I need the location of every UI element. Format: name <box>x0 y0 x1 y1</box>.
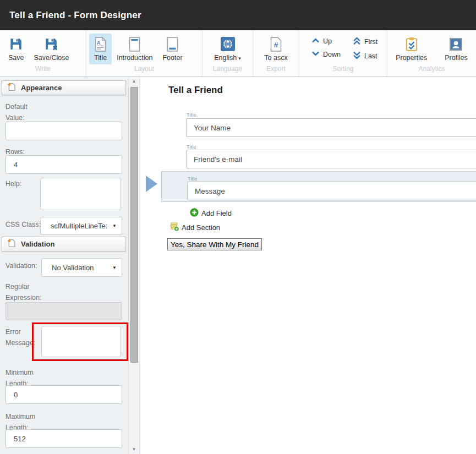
help-label: Help: <box>6 178 21 189</box>
introduction-button[interactable]: Introduction <box>112 34 157 64</box>
validation-label: Validation: <box>6 260 37 271</box>
chevron-up-icon <box>311 37 320 46</box>
appearance-section-header[interactable]: Appearance <box>2 80 126 95</box>
ascx-page-icon: # <box>270 36 282 52</box>
regular-expression-label: Regular Expression: <box>6 281 41 303</box>
css-class-dropdown-value: scfMultipleLineTe: <box>41 222 112 230</box>
maximum-length-input[interactable] <box>6 429 122 448</box>
language-dropdown-button[interactable]: English▾ <box>209 34 246 64</box>
validation-section-header[interactable]: Validation <box>2 237 126 251</box>
sort-first-label: First <box>364 38 377 46</box>
properties-button-label: Properties <box>396 54 427 62</box>
sort-down-label: Down <box>323 51 341 58</box>
title-page-icon: A <box>94 36 107 52</box>
form-designer-canvas: Tell a Friend Title Title Title Add Fiel… <box>140 77 476 454</box>
add-field-button[interactable]: Add Field <box>190 208 232 218</box>
ribbon-group-label-layout: Layout <box>86 65 202 76</box>
rows-input[interactable] <box>6 155 122 174</box>
help-textarea[interactable] <box>40 178 121 210</box>
default-value-input[interactable] <box>6 122 122 140</box>
error-message-label: Error Message: <box>6 326 35 348</box>
profiles-person-icon <box>449 36 463 52</box>
save-close-button[interactable]: Save/Close <box>29 34 74 64</box>
ribbon-group-layout: A Title Introduction Footer Layout <box>86 30 202 76</box>
scrollbar-thumb[interactable] <box>130 87 138 363</box>
save-button[interactable]: Save <box>3 34 29 64</box>
properties-button[interactable]: Properties <box>391 34 432 64</box>
add-field-label: Add Field <box>201 209 232 217</box>
sort-last-button[interactable]: Last <box>353 51 377 61</box>
save-close-icon <box>44 36 58 52</box>
sorting-column-1: Up Down <box>311 37 341 61</box>
ribbon-group-label-write: Write <box>0 65 86 76</box>
window-titlebar: Tell a Friend - Form Designer <box>0 0 476 30</box>
field-properties-panel: Appearance Default Value: Rows: Help: CS… <box>0 77 128 454</box>
ribbon-group-sorting: Up Down First Last <box>299 30 387 76</box>
introduction-page-icon <box>128 36 141 52</box>
scroll-up-arrow-icon[interactable]: ▲ <box>129 77 139 86</box>
add-section-pages-icon <box>169 222 179 233</box>
panel-vertical-scrollbar[interactable]: ▲ ▼ <box>128 77 140 454</box>
save-button-label: Save <box>8 54 24 62</box>
sort-up-button[interactable]: Up <box>311 37 341 46</box>
footer-button[interactable]: Footer <box>157 34 187 64</box>
properties-clipboard-icon <box>405 36 418 52</box>
form-title-heading: Tell a Friend <box>168 85 223 96</box>
language-buttons: English▾ <box>203 30 253 65</box>
sort-up-label: Up <box>323 37 332 45</box>
validation-section-title: Validation <box>21 240 54 248</box>
form-submit-button[interactable]: Yes, Share With My Friend <box>167 238 262 250</box>
globe-icon <box>221 36 235 52</box>
double-chevron-up-icon <box>353 37 361 47</box>
add-section-button[interactable]: Add Section <box>169 222 220 233</box>
page-star-icon <box>7 239 15 249</box>
field-title-label: Title <box>187 112 196 118</box>
field-input-your-name[interactable] <box>186 118 476 137</box>
analytics-buttons: Properties Profiles <box>387 30 476 65</box>
field-title-label: Title <box>187 144 196 150</box>
layout-buttons: A Title Introduction Footer <box>86 30 202 65</box>
export-buttons: # To ascx <box>253 30 299 65</box>
svg-text:#: # <box>274 41 278 49</box>
footer-page-icon <box>166 36 179 52</box>
selection-arrow-icon <box>146 176 157 192</box>
field-input-friends-email[interactable] <box>186 150 476 168</box>
validation-dropdown-value: No Validation <box>42 264 112 272</box>
field-title-label: Title <box>188 176 198 182</box>
scroll-down-arrow-icon[interactable]: ▼ <box>129 445 139 454</box>
save-close-button-label: Save/Close <box>34 54 69 62</box>
sort-last-label: Last <box>364 52 377 60</box>
appearance-section-title: Appearance <box>21 84 62 92</box>
language-label-row: English▾ <box>214 54 241 62</box>
default-value-label: Default Value: <box>6 101 28 123</box>
ribbon-group-label-language: Language <box>203 65 253 76</box>
page-star-icon <box>7 83 15 93</box>
profiles-button-label: Profiles <box>445 54 468 62</box>
to-ascx-button[interactable]: # To ascx <box>259 34 292 64</box>
ribbon-group-analytics: Properties Profiles Analytics <box>387 30 476 76</box>
to-ascx-button-label: To ascx <box>264 54 287 62</box>
language-caret-icon: ▾ <box>238 56 241 61</box>
ribbon-toolbar: Save Save/Close Write A Title <box>0 30 476 77</box>
svg-text:A: A <box>97 39 101 45</box>
ribbon-group-label-export: Export <box>253 65 299 76</box>
css-class-dropdown[interactable]: scfMultipleLineTe: ▼ <box>40 217 122 235</box>
add-field-plus-icon <box>190 208 199 218</box>
css-class-label: CSS Class: <box>6 219 41 230</box>
minimum-length-input[interactable] <box>6 385 122 404</box>
sorting-buttons: Up Down First Last <box>299 30 387 65</box>
field-input-message[interactable] <box>187 182 476 200</box>
title-button[interactable]: A Title <box>89 34 112 64</box>
window-title: Tell a Friend - Form Designer <box>9 10 141 21</box>
error-message-textarea[interactable] <box>41 326 121 357</box>
validation-dropdown[interactable]: No Validation ▼ <box>41 258 122 277</box>
ribbon-group-label-analytics: Analytics <box>387 65 476 76</box>
ribbon-group-write: Save Save/Close Write <box>0 30 86 76</box>
profiles-button[interactable]: Profiles <box>440 34 473 64</box>
ribbon-group-label-sorting: Sorting <box>299 65 387 76</box>
introduction-button-label: Introduction <box>117 54 152 62</box>
sort-first-button[interactable]: First <box>353 37 377 47</box>
sorting-grid: Up Down First Last <box>299 30 377 61</box>
css-class-dropdown-caret-icon: ▼ <box>112 223 122 228</box>
sort-down-button[interactable]: Down <box>311 50 341 59</box>
